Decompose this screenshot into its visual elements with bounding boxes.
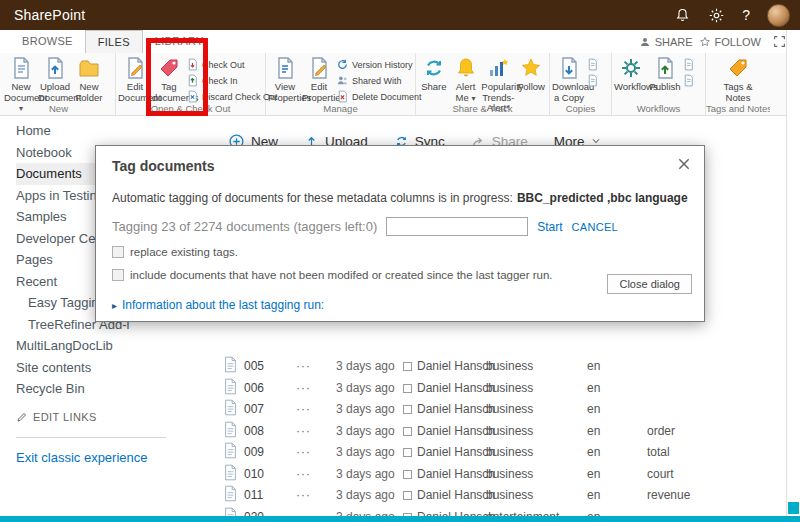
exit-classic-experience-link[interactable]: Exit classic experience <box>16 447 210 468</box>
manage-copies-icon-button[interactable] <box>586 73 599 88</box>
tag-documents-highlight-box <box>146 38 208 116</box>
upload-document-button[interactable]: Upload Document <box>38 54 72 103</box>
category-cell: business <box>486 485 533 507</box>
download-a-copy-button[interactable]: Download a Copy <box>552 54 586 103</box>
edit-links-button[interactable]: EDIT LINKS <box>16 407 210 427</box>
doc-name[interactable]: 007 <box>244 399 264 421</box>
horizontal-scrollbar[interactable] <box>0 516 800 522</box>
modified-by[interactable]: Daniel Hansch <box>417 485 495 507</box>
modified-by[interactable]: Daniel Hansch <box>417 356 495 378</box>
language-cell: en <box>587 485 600 507</box>
focus-mode-icon[interactable] <box>773 35 786 48</box>
follow-action-label: FOLLOW <box>715 36 761 48</box>
workflow-small-icon-button[interactable] <box>682 73 695 88</box>
doc-name[interactable]: 011 <box>244 485 263 507</box>
share-action[interactable]: SHARE <box>639 36 693 48</box>
follow-label: Follow <box>515 82 547 93</box>
modified-by[interactable]: Daniel Hansch <box>417 442 495 464</box>
doc-name[interactable]: 006 <box>244 378 264 400</box>
doc-name[interactable]: 005 <box>244 356 264 378</box>
tags-notes-button[interactable]: Tags & Notes <box>721 54 755 103</box>
help-icon[interactable]: ? <box>742 7 750 23</box>
row-more-icon[interactable]: ··· <box>296 421 311 443</box>
view-properties-label: View Properties <box>268 82 302 103</box>
modified-date: 3 days ago <box>336 378 395 400</box>
view-properties-button[interactable]: View Properties <box>268 54 302 103</box>
tags-notes-label: Tags & Notes <box>721 82 755 103</box>
send-to-icon-button[interactable] <box>586 57 599 72</box>
row-more-icon[interactable]: ··· <box>296 485 311 507</box>
new-folder-button[interactable]: New Folder <box>72 54 106 103</box>
ribbon-group-workflows-label: Workflows <box>612 102 705 115</box>
upload-document-label: Upload Document <box>38 82 72 103</box>
workflows-button[interactable]: Workflows <box>614 54 648 93</box>
table-row[interactable]: 009 ··· 3 days ago Daniel Hansch busines… <box>210 442 786 464</box>
suite-actions: ? <box>674 4 790 27</box>
sidebar-item-site-contents[interactable]: Site contents <box>16 357 210 379</box>
table-row[interactable]: 011 ··· 3 days ago Daniel Hansch busines… <box>210 485 786 507</box>
metadata-columns: BBC_predicted ,bbc language <box>517 191 688 205</box>
vertical-scrollbar-thumb[interactable] <box>788 502 799 514</box>
publish-button[interactable]: Publish <box>648 54 682 93</box>
table-row[interactable]: 008 ··· 3 days ago Daniel Hansch busines… <box>210 421 786 443</box>
workflows-icon <box>619 56 643 80</box>
workflow-small-icon-button[interactable] <box>682 57 695 72</box>
vertical-scrollbar[interactable] <box>786 30 800 516</box>
tab-browse[interactable]: BROWSE <box>10 30 85 53</box>
avatar[interactable] <box>767 4 790 27</box>
follow-action[interactable]: FOLLOW <box>699 36 761 48</box>
doc-name[interactable]: 010 <box>244 464 264 486</box>
close-icon[interactable] <box>676 156 692 172</box>
extra-cell: revenue <box>647 485 690 507</box>
sidebar-item-recycle-bin[interactable]: Recycle Bin <box>16 378 210 400</box>
copies-small-buttons <box>586 54 599 88</box>
ribbon-group-new-label: New <box>2 102 115 115</box>
alert-me-button[interactable]: Alert Me ▾ <box>450 54 482 104</box>
version-history-button[interactable]: Version History <box>336 57 422 72</box>
row-more-icon[interactable]: ··· <box>296 356 311 378</box>
table-row[interactable]: 007 ··· 3 days ago Daniel Hansch busines… <box>210 399 786 421</box>
table-row[interactable]: 005 ··· 3 days ago Daniel Hansch busines… <box>210 356 786 378</box>
publish-icon <box>653 56 677 80</box>
modified-by[interactable]: Daniel Hansch <box>417 464 495 486</box>
tags-notes-icon <box>726 56 750 80</box>
row-more-icon[interactable]: ··· <box>296 442 311 464</box>
small-doc-icon <box>682 58 695 71</box>
shared-with-button[interactable]: Shared With <box>336 73 422 88</box>
table-row[interactable]: 006 ··· 3 days ago Daniel Hansch busines… <box>210 378 786 400</box>
edit-properties-button[interactable]: Edit Properties <box>302 54 336 103</box>
row-more-icon[interactable]: ··· <box>296 399 311 421</box>
tagger-input[interactable] <box>386 217 528 236</box>
modified-by[interactable]: Daniel Hansch <box>417 378 495 400</box>
cancel-link[interactable]: CANCEL <box>572 221 618 233</box>
tab-files[interactable]: FILES <box>85 30 143 53</box>
doc-name[interactable]: 008 <box>244 421 264 443</box>
app-title[interactable]: SharePoint <box>14 7 85 23</box>
bell-icon[interactable] <box>674 7 691 24</box>
close-dialog-button[interactable]: Close dialog <box>607 274 692 294</box>
row-more-icon[interactable]: ··· <box>296 464 311 486</box>
last-tagging-run-link[interactable]: ▸ Information about the last tagging run… <box>112 298 688 312</box>
gear-icon[interactable] <box>708 7 725 24</box>
share-button[interactable]: Share <box>418 54 450 93</box>
expand-triangle-icon: ▸ <box>112 300 117 311</box>
sidebar-item-multilangdoclib[interactable]: MultiLangDocLib <box>16 335 210 357</box>
document-list: 005 ··· 3 days ago Daniel Hansch busines… <box>210 356 786 522</box>
modified-by[interactable]: Daniel Hansch <box>417 399 495 421</box>
ribbon-group-tags-notes: Tags & Notes Tags and Notes <box>706 53 770 115</box>
share-action-label: SHARE <box>655 36 693 48</box>
ribbon-group-copies: Download a Copy Copies <box>550 53 612 115</box>
replace-tags-checkbox[interactable] <box>112 246 124 258</box>
table-row[interactable]: 010 ··· 3 days ago Daniel Hansch busines… <box>210 464 786 486</box>
start-link[interactable]: Start <box>537 220 562 234</box>
follow-button[interactable]: Follow <box>515 54 547 93</box>
sidebar-item-home[interactable]: Home <box>16 120 210 142</box>
doc-name[interactable]: 009 <box>244 442 264 464</box>
row-more-icon[interactable]: ··· <box>296 378 311 400</box>
extra-cell: total <box>647 442 670 464</box>
publish-label: Publish <box>648 82 682 93</box>
include-unmodified-option: include documents that have not been mod… <box>112 268 688 282</box>
modified-by[interactable]: Daniel Hansch <box>417 421 495 443</box>
include-unmodified-checkbox[interactable] <box>112 269 124 281</box>
download-a-copy-label: Download a Copy <box>552 82 586 103</box>
